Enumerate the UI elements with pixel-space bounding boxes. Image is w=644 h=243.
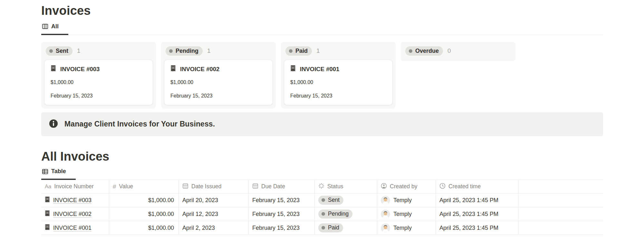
status-badge-sent: Sent	[318, 196, 343, 205]
card-value: $1,000.00	[290, 79, 386, 85]
column-header-due-date[interactable]: Due Date	[249, 180, 315, 193]
receipt-icon	[45, 224, 50, 232]
column-label: Created by	[390, 183, 418, 190]
empty-cell	[518, 193, 603, 207]
calendar-icon	[182, 183, 188, 191]
tab-all-board-view[interactable]: All	[41, 23, 68, 35]
status-badge-pending[interactable]: Pending	[166, 46, 203, 56]
board-view-icon	[42, 23, 48, 30]
table-row: INVOICE #001 $1,000.00 April 2, 2023 Feb…	[41, 221, 603, 235]
date-issued-cell[interactable]: April 2, 2023	[179, 221, 249, 235]
status-badge-overdue[interactable]: Overdue	[405, 46, 443, 56]
tab-table-view[interactable]: Table	[41, 168, 76, 180]
board-column-paid: Paid 1 INVOICE #001 $1,000.00 February 1…	[281, 42, 396, 108]
group-count: 1	[207, 47, 211, 54]
card-value: $1,000.00	[51, 79, 147, 85]
created-time-cell[interactable]: April 25, 2023 1:45 PM	[436, 207, 518, 221]
date-issued-cell[interactable]: April 20, 2023	[179, 193, 249, 207]
invoice-card[interactable]: INVOICE #002 $1,000.00 February 15, 2023	[164, 60, 273, 105]
value-cell[interactable]: $1,000.00	[109, 221, 179, 235]
status-dot-icon	[169, 49, 173, 53]
status-label: Sent	[56, 48, 68, 54]
date-issued-cell[interactable]: April 12, 2023	[179, 207, 249, 221]
card-due-date: February 15, 2023	[290, 93, 386, 99]
invoice-title-link[interactable]: INVOICE #003	[53, 197, 91, 204]
status-label: Paid	[328, 224, 339, 231]
calendar-icon	[252, 183, 258, 191]
column-header-created-by[interactable]: Created by	[377, 180, 436, 193]
column-header-created-time[interactable]: Created time	[436, 180, 518, 193]
invoice-number-cell[interactable]: INVOICE #003	[41, 193, 109, 207]
avatar	[381, 196, 390, 205]
card-due-date: February 15, 2023	[51, 93, 147, 99]
invoice-card[interactable]: INVOICE #003 $1,000.00 February 15, 2023	[44, 60, 153, 105]
board-column-header: Sent 1	[44, 45, 153, 60]
created-by-cell[interactable]: Temply	[377, 193, 436, 207]
receipt-icon	[170, 65, 176, 73]
created-time-cell[interactable]: April 25, 2023 1:45 PM	[436, 193, 518, 207]
status-dot-icon	[322, 212, 325, 216]
status-dot-icon	[322, 198, 325, 202]
status-label: Overdue	[415, 48, 439, 54]
status-badge-paid: Paid	[318, 223, 343, 232]
status-dot-icon	[289, 49, 293, 53]
column-label: Value	[119, 183, 133, 190]
callout-text: Manage Client Invoices for Your Business…	[64, 120, 215, 128]
due-date-cell[interactable]: February 15, 2023	[249, 193, 315, 207]
invoice-card[interactable]: INVOICE #001 $1,000.00 February 15, 2023	[284, 60, 393, 105]
created-by-name: Temply	[393, 211, 412, 218]
column-header-value[interactable]: # Value	[109, 180, 179, 193]
card-title[interactable]: INVOICE #002	[180, 65, 219, 73]
created-by-cell[interactable]: Temply	[377, 221, 436, 235]
avatar	[381, 210, 390, 219]
status-badge-paid[interactable]: Paid	[285, 46, 312, 56]
group-count: 1	[77, 47, 81, 54]
card-due-date: February 15, 2023	[170, 93, 266, 99]
column-header-status[interactable]: Status	[315, 180, 377, 193]
invoice-number-cell[interactable]: INVOICE #002	[41, 207, 109, 221]
invoice-title-link[interactable]: INVOICE #002	[53, 211, 91, 218]
status-badge-sent[interactable]: Sent	[46, 46, 72, 56]
value-cell[interactable]: $1,000.00	[109, 207, 179, 221]
clock-icon	[439, 183, 446, 191]
board-column-header: Overdue 0	[404, 45, 513, 58]
status-label: Sent	[328, 197, 340, 203]
avatar	[381, 223, 390, 233]
table-row: INVOICE #002 $1,000.00 April 12, 2023 Fe…	[41, 207, 603, 221]
created-time-cell[interactable]: April 25, 2023 1:45 PM	[436, 221, 518, 235]
status-label: Pending	[328, 210, 349, 217]
page: Invoices All Sent 1	[0, 0, 644, 235]
section-title: All Invoices	[41, 136, 603, 164]
value-cell[interactable]: $1,000.00	[109, 193, 179, 207]
column-header-date-issued[interactable]: Date Issued	[179, 180, 249, 193]
card-title[interactable]: INVOICE #003	[60, 65, 100, 73]
column-label: Status	[327, 183, 343, 190]
status-spinner-icon	[318, 183, 324, 191]
table-view-icon	[42, 168, 48, 175]
due-date-cell[interactable]: February 15, 2023	[249, 207, 315, 221]
board-column-header: Pending 1	[164, 45, 273, 60]
created-by-name: Temply	[393, 225, 412, 231]
due-date-cell[interactable]: February 15, 2023	[249, 221, 315, 235]
status-cell[interactable]: Paid	[315, 221, 377, 235]
invoice-number-cell[interactable]: INVOICE #001	[41, 221, 109, 235]
status-label: Paid	[295, 48, 308, 54]
info-icon	[49, 119, 58, 129]
tab-label: Table	[51, 168, 66, 175]
created-by-cell[interactable]: Temply	[377, 207, 436, 221]
status-cell[interactable]: Sent	[315, 193, 377, 207]
column-label: Date Issued	[191, 183, 221, 190]
table-row: INVOICE #003 $1,000.00 April 20, 2023 Fe…	[41, 193, 603, 207]
receipt-icon	[45, 197, 50, 204]
board-column-pending: Pending 1 INVOICE #002 $1,000.00 Februar…	[161, 42, 276, 108]
column-label: Due Date	[261, 183, 285, 190]
table-view-tabbar: Table	[41, 168, 603, 180]
status-cell[interactable]: Pending	[315, 207, 377, 221]
table-header-row: Aa Invoice Number # Value Date Issued Du…	[41, 180, 603, 193]
group-count: 1	[316, 47, 320, 54]
column-header-invoice-number[interactable]: Aa Invoice Number	[41, 180, 109, 193]
invoice-title-link[interactable]: INVOICE #001	[53, 225, 91, 231]
card-title[interactable]: INVOICE #001	[300, 65, 339, 73]
text-property-icon: Aa	[45, 183, 51, 190]
card-value: $1,000.00	[170, 79, 266, 85]
